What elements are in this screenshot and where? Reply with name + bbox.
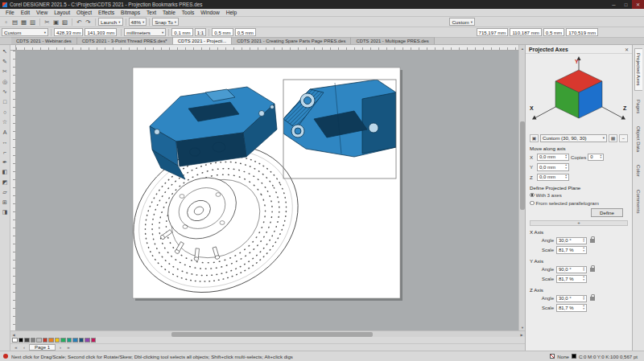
delete-preset-icon[interactable]: − bbox=[619, 134, 628, 142]
eyedropper-tool[interactable]: ▱ bbox=[1, 188, 10, 196]
rectangle-tool[interactable]: □ bbox=[1, 98, 10, 106]
preset-dropdown[interactable]: Custom ▾ bbox=[2, 28, 48, 36]
spinner-icon[interactable]: ▴▾ bbox=[600, 154, 601, 160]
connector-tool[interactable]: ⌐ bbox=[1, 148, 10, 156]
menu-effects[interactable]: Effects bbox=[95, 10, 118, 15]
menu-table[interactable]: Table bbox=[159, 10, 179, 15]
last-page-icon[interactable]: » bbox=[65, 345, 72, 350]
color-swatch[interactable] bbox=[31, 338, 36, 343]
print-icon[interactable]: ▥ bbox=[28, 18, 37, 27]
maximize-button[interactable]: □ bbox=[620, 0, 632, 9]
expand-options-button[interactable]: + bbox=[530, 220, 628, 226]
launch-dropdown[interactable]: Launch ▾ bbox=[98, 18, 123, 26]
x-scale-field[interactable]: 81,7 % ▴▾ bbox=[556, 246, 587, 254]
horizontal-scrollbar[interactable]: ◀ ▶ bbox=[10, 330, 525, 337]
menu-window[interactable]: Window bbox=[197, 10, 222, 15]
fill-tool[interactable]: ◧ bbox=[1, 168, 10, 176]
document-tab[interactable]: CDTS 2021 - Multipage PRES.des bbox=[351, 37, 434, 44]
color-swatch[interactable] bbox=[91, 338, 97, 343]
spinner-icon[interactable]: ▴▾ bbox=[583, 305, 584, 310]
docker-tab-color[interactable]: Color bbox=[635, 161, 642, 181]
lock-icon[interactable] bbox=[590, 239, 595, 243]
scale-ratio-box[interactable]: 1:1 bbox=[195, 28, 207, 36]
crop-tool[interactable]: ✂ bbox=[1, 68, 10, 76]
duplicate-y-field[interactable]: 0,5 mm bbox=[235, 28, 256, 36]
vertical-scrollbar[interactable]: ▲ ▼ bbox=[518, 45, 525, 330]
pick-tool[interactable]: ↖ bbox=[1, 47, 10, 55]
axes-preset-dropdown[interactable]: Custom (30, 90, 30) ▾ bbox=[540, 134, 607, 142]
color-swatch[interactable] bbox=[85, 338, 90, 343]
text-tool[interactable]: A bbox=[1, 128, 10, 136]
transparency-tool[interactable]: ◩ bbox=[1, 178, 10, 187]
z-angle-field[interactable]: 30,0 ° ▴▾ bbox=[556, 295, 587, 303]
workspace-custom-dropdown[interactable]: Custom ▾ bbox=[449, 18, 475, 26]
menu-edit[interactable]: Edit bbox=[18, 10, 33, 15]
spinner-icon[interactable]: ▴▾ bbox=[565, 174, 567, 180]
menu-file[interactable]: File bbox=[2, 10, 18, 15]
first-page-icon[interactable]: « bbox=[13, 345, 19, 350]
spinner-icon[interactable]: ▴▾ bbox=[583, 296, 584, 302]
color-swatch[interactable] bbox=[19, 338, 24, 343]
save-icon[interactable]: ▦ bbox=[19, 18, 28, 27]
spinner-icon[interactable]: ▴▾ bbox=[583, 247, 584, 252]
close-button[interactable]: ✕ bbox=[632, 0, 644, 9]
from-parallelogram-radio[interactable] bbox=[530, 201, 535, 206]
document-tab[interactable]: CDTS 2021 - Webinar.des bbox=[11, 37, 77, 44]
docker-tab-comments[interactable]: Comments bbox=[635, 186, 642, 217]
table-tool[interactable]: ⊞ bbox=[1, 199, 10, 207]
nudge-distance-field[interactable]: 0,1 mm bbox=[171, 28, 192, 36]
docker-tab-pages[interactable]: Pages bbox=[635, 96, 642, 117]
new-document-icon[interactable]: ▫ bbox=[2, 18, 10, 27]
document-tab-active[interactable]: CDTS 2021 - Projecti... bbox=[173, 37, 233, 44]
document-tab[interactable]: CDTS 2021 - 3-Point Thread PRES.des* bbox=[77, 37, 173, 44]
menu-layout[interactable]: Layout bbox=[51, 10, 73, 15]
ruler-origin-box[interactable] bbox=[10, 45, 16, 51]
docker-tab-object-data[interactable]: Object Data bbox=[635, 122, 642, 156]
color-swatch[interactable] bbox=[36, 338, 42, 343]
axes-cube-preview[interactable]: Y X Z bbox=[526, 54, 632, 133]
vertical-ruler[interactable] bbox=[10, 51, 16, 330]
move-x-field[interactable]: 0,0 mm ▴▾ bbox=[537, 154, 569, 162]
spinner-icon[interactable]: ▴▾ bbox=[565, 164, 567, 170]
redo-icon[interactable]: ↷ bbox=[84, 18, 93, 27]
color-swatch[interactable] bbox=[48, 338, 54, 343]
copies-field[interactable]: 0 ▴▾ bbox=[588, 154, 604, 162]
color-swatch[interactable] bbox=[12, 338, 18, 343]
spinner-icon[interactable]: ▴▾ bbox=[583, 238, 584, 244]
next-page-icon[interactable]: › bbox=[57, 345, 64, 350]
position-x-field[interactable]: 428,33 mm bbox=[54, 28, 83, 36]
minimize-button[interactable]: ─ bbox=[608, 0, 620, 9]
undo-icon[interactable]: ↶ bbox=[75, 18, 84, 27]
move-z-field[interactable]: 0,0 mm ▴▾ bbox=[537, 174, 569, 182]
color-swatch[interactable] bbox=[60, 338, 66, 343]
cut-icon[interactable]: ✂ bbox=[43, 18, 52, 27]
shape-tool[interactable]: ✎ bbox=[1, 58, 10, 66]
page-tab[interactable]: Page 1 bbox=[29, 344, 56, 351]
color-swatch[interactable] bbox=[79, 338, 85, 343]
x-angle-field[interactable]: 30,0 ° ▴▾ bbox=[556, 237, 587, 245]
with-3-axes-radio[interactable] bbox=[530, 193, 535, 198]
color-swatch[interactable] bbox=[72, 338, 78, 343]
y-angle-field[interactable]: 90,0 ° ▴▾ bbox=[556, 266, 587, 274]
open-icon[interactable]: ▤ bbox=[10, 18, 19, 27]
polygon-tool[interactable]: ☆ bbox=[1, 118, 10, 126]
dimension-tool[interactable]: ↔ bbox=[1, 138, 10, 146]
previous-page-icon[interactable]: ‹ bbox=[21, 345, 27, 350]
color-swatch[interactable] bbox=[24, 338, 30, 343]
lock-icon[interactable] bbox=[590, 297, 595, 301]
paste-icon[interactable]: ▧ bbox=[60, 18, 69, 27]
page-width-field[interactable]: 715,197 mm bbox=[477, 28, 509, 36]
y-scale-field[interactable]: 81,7 % ▴▾ bbox=[556, 275, 587, 283]
menu-object[interactable]: Object bbox=[73, 10, 95, 15]
docker-tab-projected-axes[interactable]: Projected Axes bbox=[634, 48, 642, 91]
color-swatch[interactable] bbox=[55, 338, 60, 343]
units-dropdown[interactable]: millimeters ▾ bbox=[124, 28, 166, 36]
move-y-field[interactable]: 0,0 mm ▴▾ bbox=[537, 163, 569, 171]
outline-tool[interactable]: ✒ bbox=[1, 158, 10, 166]
color-swatch[interactable] bbox=[43, 338, 48, 343]
extent-field[interactable]: 170,519 mm bbox=[566, 28, 598, 36]
interactive-fill-tool[interactable]: ◨ bbox=[1, 208, 10, 216]
document-tab[interactable]: CDTS 2021 - Creating Spare Parts Page PR… bbox=[232, 37, 351, 44]
color-swatch[interactable] bbox=[67, 338, 72, 343]
ellipse-tool[interactable]: ○ bbox=[1, 108, 10, 116]
